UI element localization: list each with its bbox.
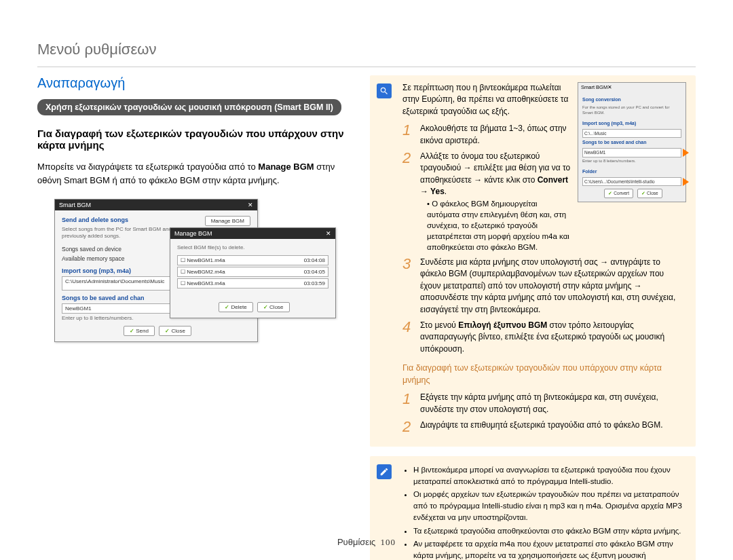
body-paragraph: Μπορείτε να διαγράψετε τα εξωτερικά τραγ… (37, 160, 350, 187)
page-footer: Ρυθμίσεις 100 (0, 537, 733, 548)
convert-button[interactable]: ✓Convert (604, 189, 633, 198)
step-1: 1 Ακολουθήστε τα βήματα 1~3, όπως στην ε… (402, 123, 571, 147)
magnify-icon (377, 83, 392, 98)
note-1: Η βιντεοκάμερα μπορεί να αναγνωρίσει τα … (413, 464, 686, 487)
win2-desc: Select BGM file(s) to delete. (177, 244, 328, 251)
step-3: 3 Συνδέστε μια κάρτα μνήμης στον υπολογι… (402, 257, 686, 316)
close-icon: ✕ (248, 202, 253, 208)
divider (37, 67, 696, 67)
page-title: Μενού ρυθμίσεων (37, 41, 696, 58)
section-title: Αναπαραγωγή (37, 75, 350, 91)
pen-icon (377, 464, 392, 479)
inline-convert-window: Smart BGM✕ Song conversion For the songs… (578, 82, 686, 202)
win1-head1: Send and delete songs (62, 217, 128, 223)
body-text-b: Manage BGM (258, 162, 314, 172)
note-3: Τα εξωτερικά τραγούδια αποθηκεύονται στο… (413, 525, 686, 537)
step-2: 2 Αλλάξτε το όνομα του εξωτερικού τραγου… (402, 151, 571, 253)
manage-bgm-button[interactable]: Manage BGM (205, 216, 250, 226)
del-step-2: 2Διαγράψτε τα επιθυμητά εξωτερικά τραγού… (402, 419, 686, 434)
row-label: Songs saved on device (62, 246, 121, 253)
body-text-a: Μπορείτε να διαγράψετε τα εξωτερικά τραγ… (37, 162, 258, 172)
note-2: Οι μορφές αρχείων των εξωτερικών τραγουδ… (413, 489, 686, 523)
feature-chip: Χρήση εξωτερικών τραγουδιών ως μουσική υ… (37, 99, 341, 115)
delete-steps-title: Για διαγραφή των εξωτερικών τραγουδιών π… (402, 362, 686, 386)
del-step-1: 1Εξάγετε την κάρτα μνήμης από τη βιντεοκ… (402, 392, 686, 415)
close-button[interactable]: ✓Close (159, 326, 191, 336)
path-input[interactable]: C:\Users\Administrator\Documents\Music (65, 278, 164, 288)
footer-label: Ρυθμίσεις (337, 537, 375, 547)
manage-bgm-window: Manage BGM✕ Select BGM file(s) to delete… (170, 227, 336, 318)
row-label: Available memory space (62, 255, 124, 262)
info-box-europe: Smart BGM✕ Song conversion For the songs… (370, 75, 696, 447)
win1-title: Smart BGM (59, 202, 91, 208)
page-number: 100 (381, 537, 396, 547)
close-button[interactable]: ✓Close (257, 302, 289, 312)
close-button2[interactable]: ✓Close (637, 189, 662, 198)
close-icon: ✕ (326, 230, 331, 237)
delete-button[interactable]: ✓Delete (219, 302, 252, 312)
send-button[interactable]: ✓Send (124, 326, 155, 336)
step-4: 4 Στο μενού Επιλογή έξυπνου BGM στον τρό… (402, 320, 686, 355)
song-name-input[interactable]: NewBGM1 (65, 305, 92, 312)
screenshot-illustration: Smart BGM✕ Send and delete songs Manage … (37, 199, 350, 375)
delete-subheading: Για διαγραφή των εξωτερικών τραγουδιών π… (37, 128, 350, 151)
win2-title: Manage BGM (174, 230, 212, 237)
